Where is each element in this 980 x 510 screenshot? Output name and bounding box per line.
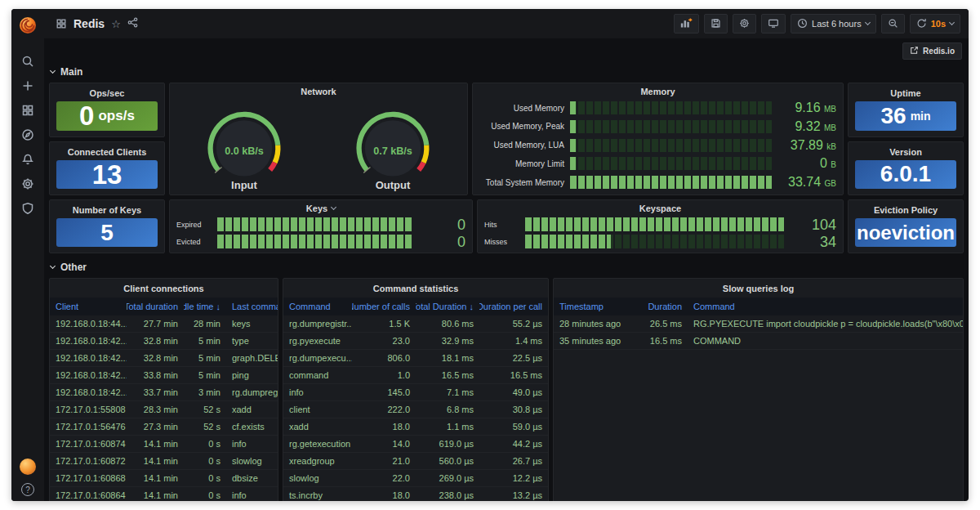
zoom-out-button[interactable] xyxy=(881,14,905,34)
table-row: command 1.0 16.5 ms 16.5 ms xyxy=(283,367,548,384)
slow-queries-log-title[interactable]: Slow queries log xyxy=(554,279,963,298)
table-header: CommandNumber of callsTotal Duration ↓Du… xyxy=(283,298,548,315)
version-value: 6.0.1 xyxy=(880,163,931,186)
keys-title[interactable]: Keys xyxy=(170,200,472,217)
column-header[interactable]: Duration xyxy=(637,298,688,315)
dashboards-grid-icon xyxy=(21,104,34,119)
grafana-logo[interactable] xyxy=(18,16,38,35)
section-main-label: Main xyxy=(60,66,82,78)
column-header[interactable]: Idle time ↓ xyxy=(184,298,226,315)
table-row: 172.17.0.1:55808 28.3 min 52 s xadd xyxy=(50,401,278,418)
table-row: 172.17.0.1:60872 14.1 min 0 s slowlog xyxy=(50,453,278,470)
uptime-panel: Uptime 36 min xyxy=(848,83,964,137)
ops-sec-unit: ops/s xyxy=(98,108,134,124)
table-row: 172.17.0.1:60864 14.1 min 0 s info xyxy=(50,487,278,501)
table-row: rg.pyexecute 23.0 32.9 ms 1.4 ms xyxy=(283,333,548,350)
memory-panel: Memory Used Memory 9.16 MB Used Memory, … xyxy=(472,83,844,195)
time-range-picker[interactable]: Last 6 hours xyxy=(791,14,876,34)
cycle-view-button[interactable] xyxy=(761,14,786,34)
column-header[interactable]: Last command xyxy=(226,298,278,315)
memory-title[interactable]: Memory xyxy=(473,83,843,100)
table-row: 172.17.0.1:60868 14.1 min 0 s dbsize xyxy=(50,470,278,487)
uptime-value-box: 36 min xyxy=(855,101,956,131)
monitor-icon xyxy=(768,18,779,30)
keys-row-label: Evicted xyxy=(176,238,212,246)
eviction-policy-title[interactable]: Eviction Policy xyxy=(855,202,956,218)
memory-row-label: Memory Limit xyxy=(479,159,564,168)
table-row: 192.168.0.18:42... 32.8 min 5 min graph.… xyxy=(50,350,278,367)
column-header[interactable]: Number of calls xyxy=(352,298,416,315)
keys-panel: Keys Expired 0 Evicted 0 xyxy=(169,199,473,253)
gauge-value: 0.7 kB/s xyxy=(373,145,412,157)
keyspace-title[interactable]: Keyspace xyxy=(478,200,843,217)
uptime-title[interactable]: Uptime xyxy=(855,85,956,101)
favorite-star-button[interactable]: ☆ xyxy=(111,18,121,30)
memory-row-value: 0 B xyxy=(777,156,836,171)
bell-icon xyxy=(21,153,34,168)
sidebar-dashboards-button[interactable] xyxy=(16,99,39,123)
sidebar-admin-button[interactable] xyxy=(16,197,39,221)
led-bar xyxy=(217,235,413,248)
eviction-policy-panel: Eviction Policy noeviction xyxy=(848,199,964,253)
version-title[interactable]: Version xyxy=(855,144,956,160)
column-header[interactable]: Command xyxy=(688,298,963,315)
refresh-icon xyxy=(916,18,927,30)
column-header[interactable]: Total Duration ↓ xyxy=(416,298,479,315)
number-of-keys-title[interactable]: Number of Keys xyxy=(56,202,158,218)
memory-row-label: Total System Memory xyxy=(479,178,564,187)
sidebar-explore-button[interactable] xyxy=(16,123,39,148)
redis-io-link[interactable]: Redis.io xyxy=(902,42,962,60)
column-header[interactable]: Command xyxy=(283,298,352,315)
add-panel-icon xyxy=(680,18,693,30)
command-statistics-title[interactable]: Command statistics xyxy=(283,279,548,298)
table-row: slowlog 22.0 269.0 µs 12.2 µs xyxy=(283,470,548,487)
table-header: ClientTotal durationIdle time ↓Last comm… xyxy=(50,298,278,315)
dashboard-grid-icon xyxy=(56,18,67,29)
column-header[interactable]: Client xyxy=(50,298,127,315)
ops-sec-title[interactable]: Ops/sec xyxy=(56,85,158,101)
sidebar-configuration-button[interactable] xyxy=(16,172,39,197)
help-button[interactable]: ? xyxy=(21,483,34,496)
sidebar-search-button[interactable] xyxy=(16,50,39,74)
add-panel-button[interactable] xyxy=(674,14,699,34)
dashboard-title[interactable]: Redis xyxy=(74,17,105,30)
uptime-unit: min xyxy=(911,110,931,123)
eviction-policy-value-box: noeviction xyxy=(855,218,956,247)
share-icon xyxy=(127,17,138,30)
keys-row: Expired 0 xyxy=(176,217,466,232)
connected-clients-title[interactable]: Connected Clients xyxy=(56,144,158,160)
refresh-button[interactable]: 10s xyxy=(910,14,960,34)
table-row: 172.17.0.1:60874 14.1 min 0 s info xyxy=(50,436,278,453)
network-gauge: 0.0 kB/s Input xyxy=(170,100,318,195)
network-panel: Network 0.0 kB/s Inp xyxy=(169,83,468,195)
user-avatar[interactable] xyxy=(20,459,36,475)
memory-row-value: 9.16 MB xyxy=(777,101,836,115)
sidebar-alerting-button[interactable] xyxy=(16,148,39,172)
chevron-down-icon xyxy=(865,20,871,25)
keyspace-row: Hits 104 xyxy=(484,217,836,232)
led-bar xyxy=(570,176,772,189)
external-link-icon xyxy=(910,46,919,56)
share-button[interactable] xyxy=(127,17,138,30)
keyspace-panel: Keyspace Hits 104 Misses 34 xyxy=(477,199,844,253)
top-navbar: Redis ☆ Last 6 hours xyxy=(44,9,969,38)
column-header[interactable]: Duration per call xyxy=(479,298,548,315)
dashboard-settings-button[interactable] xyxy=(733,14,756,34)
keyspace-row-value: 34 xyxy=(789,235,836,249)
sidebar-create-button[interactable] xyxy=(16,74,39,99)
led-bar xyxy=(217,217,413,231)
column-header[interactable]: Timestamp xyxy=(554,298,637,315)
section-main[interactable]: Main xyxy=(49,64,964,80)
section-other-label: Other xyxy=(60,262,87,273)
client-connections-title[interactable]: Client connections xyxy=(50,279,278,298)
table-row: 192.168.0.18:42... 33.8 min 5 min ping xyxy=(50,367,278,384)
shield-icon xyxy=(21,202,34,217)
zoom-out-icon xyxy=(888,18,898,30)
table-row: 35 minutes ago 16.5 ms COMMAND xyxy=(554,333,963,350)
save-dashboard-button[interactable] xyxy=(704,14,728,34)
table-row: 192.168.0.18:44... 27.7 min 28 min keys xyxy=(50,315,278,333)
memory-row: Used Memory 9.16 MB xyxy=(479,100,836,116)
column-header[interactable]: Total duration xyxy=(127,298,184,315)
section-other[interactable]: Other xyxy=(49,259,964,275)
network-title[interactable]: Network xyxy=(170,83,467,100)
